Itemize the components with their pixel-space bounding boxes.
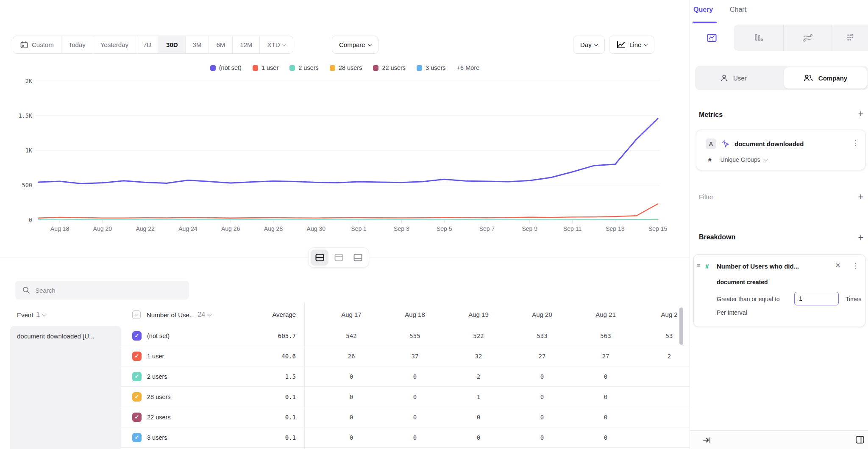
table-row: ✓(not set)605.754255552253356353: [121, 326, 690, 346]
row-checkbox[interactable]: ✓: [132, 372, 142, 381]
cell-value: 32: [447, 353, 510, 360]
range-button-3m[interactable]: 3M: [185, 36, 209, 53]
range-label: Custom: [32, 41, 54, 48]
date-column-header[interactable]: Aug 21: [574, 311, 637, 318]
svg-text:Sep 15: Sep 15: [648, 225, 668, 232]
chart-type-button[interactable]: Line: [609, 36, 654, 54]
svg-text:Aug 30: Aug 30: [307, 225, 326, 232]
cell-value: 27: [574, 353, 637, 360]
tab-query[interactable]: Query: [693, 6, 713, 14]
legend-item[interactable]: (not set): [210, 64, 242, 71]
breakdown-column-header[interactable]: Number of Use... 24: [147, 311, 211, 319]
tab-chart[interactable]: Chart: [730, 6, 746, 14]
add-breakdown-button[interactable]: +: [855, 232, 866, 243]
series-average: 0.1: [259, 434, 320, 441]
chevron-down-icon: [208, 312, 212, 316]
range-button-yesterday[interactable]: Yesterday: [93, 36, 136, 53]
row-checkbox[interactable]: ✓: [132, 352, 142, 361]
sidebar-toggle-icon[interactable]: [855, 435, 865, 444]
panel-footer: [690, 430, 868, 449]
group-toggle: User Company: [695, 66, 868, 90]
table-view-icon: [353, 254, 362, 261]
cell-value: 522: [447, 333, 510, 339]
svg-text:500: 500: [22, 182, 32, 188]
row-checkbox[interactable]: ✓: [132, 392, 142, 402]
metric-event-name[interactable]: document downloaded: [734, 140, 804, 147]
legend-item[interactable]: 22 users: [373, 64, 406, 71]
legend-swatch: [330, 65, 335, 71]
metric-measure-selector[interactable]: # Unique Groups: [708, 156, 767, 163]
toggle-user[interactable]: User: [721, 66, 747, 90]
legend-item[interactable]: 1 user: [253, 64, 278, 71]
legend-item[interactable]: 28 users: [330, 64, 362, 71]
range-button-30d[interactable]: 30D: [159, 36, 185, 53]
cell-value: 0: [574, 373, 637, 380]
breakdown-per-interval-label[interactable]: Per Interval: [717, 309, 747, 316]
svg-text:Aug 18: Aug 18: [50, 225, 70, 232]
company-icon: [804, 74, 813, 82]
date-column-header[interactable]: Aug 18: [383, 311, 447, 318]
legend-item[interactable]: 2 users: [289, 64, 319, 71]
breakdown-event-name[interactable]: document created: [717, 279, 768, 285]
row-checkbox[interactable]: ✓: [132, 331, 142, 341]
range-button-12m[interactable]: 12M: [232, 36, 259, 53]
date-column-header[interactable]: Aug 17: [320, 311, 383, 318]
compare-button[interactable]: Compare: [332, 36, 378, 54]
event-column-header[interactable]: Event 1: [17, 311, 46, 319]
breakdown-condition-label[interactable]: Greater than or equal to: [717, 296, 780, 302]
toggle-company[interactable]: Company: [784, 67, 867, 89]
cell-value: 0: [447, 434, 510, 441]
date-column-header[interactable]: Aug 19: [447, 311, 510, 318]
legend-label: 2 users: [298, 64, 319, 71]
range-button-7d[interactable]: 7D: [136, 36, 159, 53]
split-view-button[interactable]: [311, 249, 328, 266]
range-button-custom[interactable]: Custom: [13, 36, 61, 53]
chart-type-scatter-tab[interactable]: [832, 25, 868, 51]
breakdown-card-title: Number of Users who did...: [717, 263, 814, 270]
metric-card[interactable]: A document downloaded ⋮ # Unique Groups: [696, 130, 865, 170]
range-button-6m[interactable]: 6M: [209, 36, 232, 53]
close-icon[interactable]: ×: [835, 261, 840, 270]
metrics-title: Metrics: [699, 111, 723, 119]
drag-handle-icon[interactable]: ≡: [697, 262, 701, 269]
line-chart-icon: [616, 41, 626, 49]
series-average: 0.1: [259, 414, 320, 421]
breakdown-menu-icon[interactable]: ⋮: [852, 261, 859, 270]
event-list-panel[interactable]: document downloaded [U...: [10, 326, 121, 449]
row-main-cell: ✓3 users0.1: [121, 433, 320, 442]
event-list-item[interactable]: document downloaded [U...: [10, 326, 121, 340]
legend-more-button[interactable]: +6 More: [457, 64, 480, 71]
date-column-header[interactable]: Aug 20: [510, 311, 574, 318]
table-view-button[interactable]: [349, 249, 367, 266]
collapse-panel-icon[interactable]: [703, 436, 711, 444]
series-label: 28 users: [147, 394, 259, 400]
filter-title: Filter: [699, 193, 713, 201]
legend-item[interactable]: 3 users: [417, 64, 446, 71]
metric-menu-icon[interactable]: ⋮: [852, 139, 859, 147]
row-checkbox[interactable]: ✓: [132, 413, 142, 422]
chart-type-line-tab[interactable]: [690, 25, 734, 51]
add-filter-button[interactable]: +: [855, 191, 866, 202]
add-metric-button[interactable]: +: [855, 108, 866, 119]
search-input[interactable]: [35, 287, 179, 294]
row-checkbox[interactable]: ✓: [132, 433, 142, 442]
chart-type-bar-tab[interactable]: [734, 25, 783, 51]
table-scrollbar[interactable]: [679, 308, 683, 345]
breakdown-value-input[interactable]: [794, 292, 839, 305]
cell-value: 0: [510, 434, 574, 441]
range-button-today[interactable]: Today: [61, 36, 93, 53]
range-button-xtd[interactable]: XTD: [259, 36, 293, 53]
chart-view-button[interactable]: [330, 249, 348, 266]
cell-value: 0: [574, 394, 637, 400]
interval-button[interactable]: Day: [573, 36, 605, 54]
metric-measure-label: Unique Groups: [721, 156, 760, 163]
toggle-company-label: Company: [818, 75, 847, 82]
breakdown-card[interactable]: ≡ # Number of Users who did... × ⋮ docum…: [693, 254, 865, 327]
cell-value: 0: [383, 394, 447, 400]
legend-swatch: [253, 65, 258, 71]
legend-label: 3 users: [426, 64, 446, 71]
user-icon: [721, 74, 728, 82]
cell-value: 27: [510, 353, 574, 360]
select-all-checkbox[interactable]: –: [132, 310, 141, 319]
chart-type-flow-tab[interactable]: [783, 25, 832, 51]
